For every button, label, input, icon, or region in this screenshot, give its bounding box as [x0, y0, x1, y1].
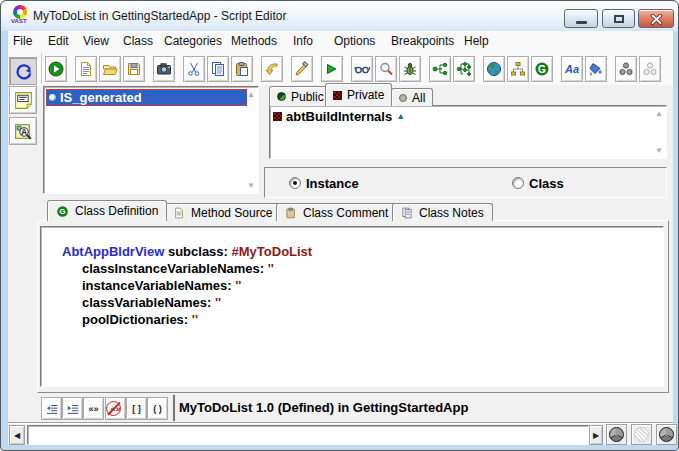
cut-button[interactable]: [183, 56, 205, 82]
status-text: MyToDoList 1.0 (Defined) in GettingStart…: [179, 400, 468, 415]
new-file-button[interactable]: [75, 56, 97, 82]
paste-button[interactable]: [231, 56, 253, 82]
save-button[interactable]: [123, 56, 145, 82]
refresh-button[interactable]: [9, 57, 37, 85]
connect-out-button[interactable]: [429, 56, 451, 82]
parens-icon: ( ): [153, 404, 162, 414]
scroll-up-arrow[interactable]: ▲: [653, 109, 665, 118]
g-circle-icon: G: [56, 205, 69, 218]
menu-info[interactable]: Info: [293, 31, 313, 52]
menu-options[interactable]: Options: [334, 31, 375, 52]
memory-indicator-3[interactable]: [656, 424, 677, 445]
run-circle-button[interactable]: [45, 56, 67, 82]
class-radio[interactable]: [512, 177, 524, 189]
maximize-button[interactable]: [602, 9, 635, 28]
connect-tree-button[interactable]: [453, 56, 475, 82]
execute-button[interactable]: [321, 56, 343, 82]
no-quotes-icon: «»: [110, 404, 120, 414]
pie-icon: [659, 427, 674, 442]
status-separator: [173, 395, 175, 421]
menu-edit[interactable]: Edit: [48, 31, 69, 52]
code-line: poolDictionaries: '': [62, 311, 663, 328]
outdent-button[interactable]: [41, 397, 62, 420]
tab-public[interactable]: Public: [269, 86, 332, 106]
search-button[interactable]: [375, 56, 397, 82]
open-folder-button[interactable]: [99, 56, 121, 82]
tab-private[interactable]: Private: [325, 83, 392, 106]
toolbar-divider: [41, 53, 43, 84]
debug-button[interactable]: [399, 56, 421, 82]
menu-class[interactable]: Class: [123, 31, 153, 52]
menu-file[interactable]: File: [13, 31, 32, 52]
tab-method-source[interactable]: Method Source: [164, 203, 281, 221]
memory-indicator-1[interactable]: [606, 424, 627, 445]
web-button[interactable]: [483, 56, 505, 82]
pie-icon: [609, 427, 624, 442]
quotes-button[interactable]: «»: [83, 397, 104, 420]
browse-senders-button[interactable]: [351, 56, 373, 82]
parts-filled-button[interactable]: [615, 56, 637, 82]
code-line: instanceVariableNames: '': [62, 277, 663, 294]
code-editor[interactable]: AbtAppBldrView subclass: #MyToDoList cla…: [40, 226, 664, 387]
indent-button[interactable]: [62, 397, 83, 420]
code-line: classVariableNames: '': [62, 294, 663, 311]
undo-hand-button[interactable]: [261, 56, 283, 82]
menu-help[interactable]: Help: [464, 31, 489, 52]
tab-class-comment[interactable]: Class Comment: [276, 203, 397, 221]
category-bullet-icon: [49, 94, 56, 101]
vast-wheel-icon: [13, 5, 27, 19]
tab-class-definition[interactable]: G Class Definition: [47, 200, 167, 221]
save-icon: [126, 61, 142, 77]
screenshot-button[interactable]: [153, 56, 175, 82]
list-item-selected[interactable]: IS_generated: [46, 89, 247, 106]
tab-all[interactable]: All: [391, 88, 433, 106]
inherited-triangle-icon: ▲: [396, 112, 405, 121]
tab-class-notes[interactable]: Class Notes: [392, 203, 493, 221]
scroll-up-arrow[interactable]: ▲: [245, 90, 257, 99]
cut-icon: [186, 61, 202, 77]
browse-class-button[interactable]: A: [9, 117, 37, 145]
quotes-icon: «»: [88, 404, 98, 414]
all-icon: [399, 94, 407, 102]
menu-view[interactable]: View: [83, 31, 109, 52]
menu-methods[interactable]: Methods: [231, 31, 277, 52]
script-note-button[interactable]: [9, 86, 37, 114]
pen-icon: [294, 61, 310, 77]
brackets-icon: [ ]: [132, 404, 141, 414]
dither-circle-icon: [634, 427, 649, 442]
no-quotes-button[interactable]: «»: [105, 397, 126, 420]
execute-triangle-icon: [324, 61, 340, 77]
fill-color-button[interactable]: [585, 56, 607, 82]
open-folder-icon: [102, 61, 118, 77]
pen-button[interactable]: [291, 56, 313, 82]
class-notes-icon: [401, 207, 413, 219]
font-button[interactable]: Aa: [561, 56, 583, 82]
message-scroll-left[interactable]: ◀: [9, 425, 25, 445]
menu-breakpoints[interactable]: Breakpoints: [391, 31, 454, 52]
vast-app-icon[interactable]: VAST: [11, 5, 31, 27]
hierarchy-button[interactable]: [507, 56, 529, 82]
brackets-button[interactable]: [ ]: [126, 397, 147, 420]
hierarchy-icon: [510, 61, 526, 77]
maximize-icon: [614, 15, 624, 23]
categories-list[interactable]: IS_generated ▲ ▼: [43, 86, 259, 194]
memory-indicator-2[interactable]: [631, 424, 652, 445]
menu-categories[interactable]: Categories: [164, 31, 222, 52]
parens-button[interactable]: ( ): [147, 397, 168, 420]
scroll-down-arrow[interactable]: ▼: [653, 146, 665, 155]
minimize-button[interactable]: [564, 9, 598, 28]
close-button[interactable]: [638, 9, 674, 28]
message-line: [27, 425, 589, 445]
methods-list[interactable]: abtBuildInternals ▲ ▲ ▼: [269, 105, 667, 159]
code-line: AbtAppBldrView subclass: #MyToDoList: [62, 243, 663, 260]
refresh-g-button[interactable]: G: [531, 56, 553, 82]
copy-button[interactable]: [207, 56, 229, 82]
instance-radio[interactable]: [289, 177, 301, 189]
parts-outline-button[interactable]: [639, 56, 661, 82]
scroll-down-arrow[interactable]: ▼: [245, 181, 257, 190]
g-circle-icon: G: [534, 61, 550, 77]
paste-icon: [234, 61, 250, 77]
message-scroll-right[interactable]: ▶: [589, 425, 603, 445]
method-item[interactable]: abtBuildInternals ▲: [273, 109, 405, 124]
camera-icon: [156, 61, 172, 77]
